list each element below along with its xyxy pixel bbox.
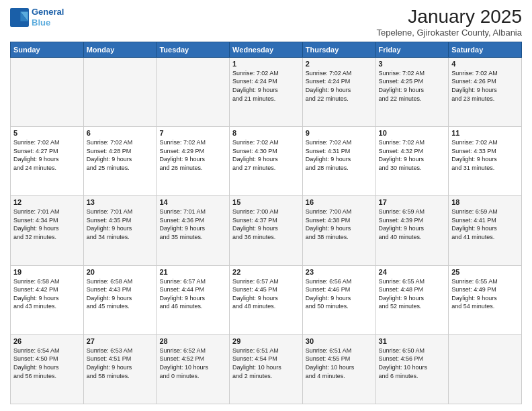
logo-icon	[10, 8, 29, 27]
day-info: Sunrise: 6:57 AMSunset: 4:45 PMDaylight:…	[232, 277, 300, 311]
day-info: Sunrise: 7:02 AMSunset: 4:26 PMDaylight:…	[451, 69, 519, 103]
day-number: 31	[379, 337, 446, 345]
calendar-cell: 3Sunrise: 7:02 AMSunset: 4:25 PMDaylight…	[375, 57, 449, 126]
day-info: Sunrise: 6:58 AMSunset: 4:43 PMDaylight:…	[87, 277, 154, 311]
calendar-cell: 1Sunrise: 7:02 AMSunset: 4:24 PMDaylight…	[230, 57, 303, 126]
calendar-cell: 12Sunrise: 7:01 AMSunset: 4:34 PMDayligh…	[11, 196, 84, 265]
day-info: Sunrise: 7:02 AMSunset: 4:33 PMDaylight:…	[451, 138, 519, 172]
day-info: Sunrise: 6:57 AMSunset: 4:44 PMDaylight:…	[159, 277, 226, 311]
calendar-week-3: 12Sunrise: 7:01 AMSunset: 4:34 PMDayligh…	[11, 196, 522, 265]
calendar-cell: 31Sunrise: 6:50 AMSunset: 4:56 PMDayligh…	[375, 334, 449, 404]
calendar-cell: 28Sunrise: 6:52 AMSunset: 4:52 PMDayligh…	[157, 334, 230, 404]
calendar-cell: 14Sunrise: 7:01 AMSunset: 4:36 PMDayligh…	[157, 196, 230, 265]
logo: General Blue	[10, 7, 64, 28]
calendar-cell: 2Sunrise: 7:02 AMSunset: 4:24 PMDaylight…	[302, 57, 375, 126]
calendar-cell: 7Sunrise: 7:02 AMSunset: 4:29 PMDaylight…	[157, 127, 230, 196]
calendar-cell: 21Sunrise: 6:57 AMSunset: 4:44 PMDayligh…	[157, 265, 230, 334]
day-info: Sunrise: 7:00 AMSunset: 4:37 PMDaylight:…	[232, 208, 300, 241]
calendar-cell: 19Sunrise: 6:58 AMSunset: 4:42 PMDayligh…	[11, 265, 84, 334]
calendar-cell: 5Sunrise: 7:02 AMSunset: 4:27 PMDaylight…	[11, 127, 84, 196]
day-info: Sunrise: 6:55 AMSunset: 4:48 PMDaylight:…	[379, 277, 446, 311]
header: General Blue January 2025 Tepelene, Gjir…	[10, 7, 522, 38]
day-number: 22	[232, 268, 300, 276]
calendar-cell: 11Sunrise: 7:02 AMSunset: 4:33 PMDayligh…	[449, 127, 522, 196]
calendar-cell: 29Sunrise: 6:51 AMSunset: 4:54 PMDayligh…	[230, 334, 303, 404]
calendar-week-2: 5Sunrise: 7:02 AMSunset: 4:27 PMDaylight…	[11, 127, 522, 196]
day-number: 21	[159, 268, 226, 276]
calendar-cell: 30Sunrise: 6:51 AMSunset: 4:55 PMDayligh…	[302, 334, 375, 404]
day-info: Sunrise: 6:58 AMSunset: 4:42 PMDaylight:…	[13, 277, 81, 311]
day-number: 13	[87, 198, 154, 206]
col-wednesday: Wednesday	[230, 42, 303, 57]
calendar-cell: 10Sunrise: 7:02 AMSunset: 4:32 PMDayligh…	[375, 127, 449, 196]
calendar-week-5: 26Sunrise: 6:54 AMSunset: 4:50 PMDayligh…	[11, 334, 522, 404]
calendar-header: Sunday Monday Tuesday Wednesday Thursday…	[11, 42, 522, 57]
day-info: Sunrise: 7:02 AMSunset: 4:30 PMDaylight:…	[232, 138, 300, 172]
day-number: 14	[159, 198, 226, 206]
calendar-cell: 18Sunrise: 6:59 AMSunset: 4:41 PMDayligh…	[449, 196, 522, 265]
day-info: Sunrise: 7:02 AMSunset: 4:28 PMDaylight:…	[87, 138, 154, 172]
day-info: Sunrise: 7:02 AMSunset: 4:24 PMDaylight:…	[306, 69, 373, 103]
calendar-cell: 13Sunrise: 7:01 AMSunset: 4:35 PMDayligh…	[83, 196, 157, 265]
day-number: 15	[232, 198, 300, 206]
calendar-table: Sunday Monday Tuesday Wednesday Thursday…	[10, 42, 522, 404]
day-number: 26	[13, 337, 81, 345]
day-info: Sunrise: 7:02 AMSunset: 4:29 PMDaylight:…	[159, 138, 226, 172]
day-info: Sunrise: 6:55 AMSunset: 4:49 PMDaylight:…	[451, 277, 519, 311]
day-info: Sunrise: 7:01 AMSunset: 4:36 PMDaylight:…	[159, 208, 226, 241]
logo-text: General Blue	[32, 7, 64, 28]
calendar-cell: 24Sunrise: 6:55 AMSunset: 4:48 PMDayligh…	[375, 265, 449, 334]
day-info: Sunrise: 6:59 AMSunset: 4:41 PMDaylight:…	[451, 208, 519, 241]
col-thursday: Thursday	[302, 42, 375, 57]
logo-line1: General	[32, 7, 64, 17]
day-number: 6	[87, 129, 154, 137]
col-tuesday: Tuesday	[157, 42, 230, 57]
calendar-cell: 23Sunrise: 6:56 AMSunset: 4:46 PMDayligh…	[302, 265, 375, 334]
day-info: Sunrise: 7:02 AMSunset: 4:31 PMDaylight:…	[306, 138, 373, 172]
day-number: 20	[87, 268, 154, 276]
calendar-cell: 15Sunrise: 7:00 AMSunset: 4:37 PMDayligh…	[230, 196, 303, 265]
day-info: Sunrise: 6:52 AMSunset: 4:52 PMDaylight:…	[159, 347, 226, 380]
calendar-cell	[449, 334, 522, 404]
main-title: January 2025	[376, 7, 522, 28]
day-number: 2	[306, 60, 373, 68]
day-number: 4	[451, 60, 519, 68]
page: General Blue January 2025 Tepelene, Gjir…	[0, 0, 532, 411]
logo-line2: Blue	[32, 17, 50, 28]
day-number: 23	[306, 268, 373, 276]
day-info: Sunrise: 6:51 AMSunset: 4:54 PMDaylight:…	[232, 347, 300, 380]
subtitle: Tepelene, Gjirokaster County, Albania	[376, 28, 522, 38]
day-info: Sunrise: 6:56 AMSunset: 4:46 PMDaylight:…	[306, 277, 373, 311]
calendar-cell: 6Sunrise: 7:02 AMSunset: 4:28 PMDaylight…	[83, 127, 157, 196]
day-number: 29	[232, 337, 300, 345]
day-info: Sunrise: 6:53 AMSunset: 4:51 PMDaylight:…	[87, 347, 154, 380]
col-friday: Friday	[375, 42, 449, 57]
day-number: 9	[306, 129, 373, 137]
header-row: Sunday Monday Tuesday Wednesday Thursday…	[11, 42, 522, 57]
calendar-cell: 8Sunrise: 7:02 AMSunset: 4:30 PMDaylight…	[230, 127, 303, 196]
day-number: 8	[232, 129, 300, 137]
calendar-week-4: 19Sunrise: 6:58 AMSunset: 4:42 PMDayligh…	[11, 265, 522, 334]
calendar-cell	[83, 57, 157, 126]
day-number: 7	[159, 129, 226, 137]
calendar-week-1: 1Sunrise: 7:02 AMSunset: 4:24 PMDaylight…	[11, 57, 522, 126]
calendar-cell: 27Sunrise: 6:53 AMSunset: 4:51 PMDayligh…	[83, 334, 157, 404]
day-info: Sunrise: 6:50 AMSunset: 4:56 PMDaylight:…	[379, 347, 446, 380]
day-number: 17	[379, 198, 446, 206]
calendar-cell	[157, 57, 230, 126]
day-number: 25	[451, 268, 519, 276]
title-block: January 2025 Tepelene, Gjirokaster Count…	[376, 7, 522, 38]
day-number: 27	[87, 337, 154, 345]
day-number: 30	[306, 337, 373, 345]
day-number: 18	[451, 198, 519, 206]
day-number: 16	[306, 198, 373, 206]
day-info: Sunrise: 6:59 AMSunset: 4:39 PMDaylight:…	[379, 208, 446, 241]
calendar-cell: 9Sunrise: 7:02 AMSunset: 4:31 PMDaylight…	[302, 127, 375, 196]
day-number: 11	[451, 129, 519, 137]
day-info: Sunrise: 7:02 AMSunset: 4:27 PMDaylight:…	[13, 138, 81, 172]
calendar-cell: 4Sunrise: 7:02 AMSunset: 4:26 PMDaylight…	[449, 57, 522, 126]
calendar-cell: 25Sunrise: 6:55 AMSunset: 4:49 PMDayligh…	[449, 265, 522, 334]
day-number: 10	[379, 129, 446, 137]
calendar-cell: 22Sunrise: 6:57 AMSunset: 4:45 PMDayligh…	[230, 265, 303, 334]
col-saturday: Saturday	[449, 42, 522, 57]
